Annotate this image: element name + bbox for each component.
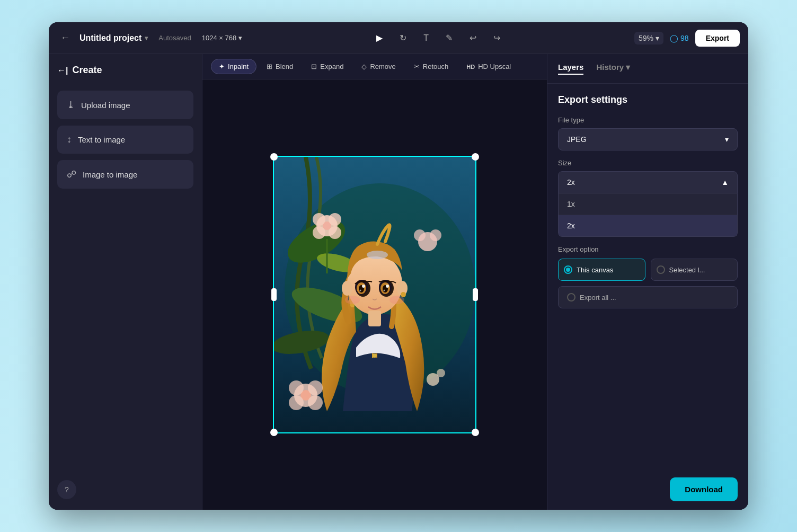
export-button[interactable]: Export: [695, 30, 740, 47]
project-name-text: Untitled project: [79, 33, 141, 43]
handle-bottom-right[interactable]: [472, 429, 479, 436]
export-settings-panel: Export settings File type JPEG ▾ Size 2x…: [547, 84, 748, 469]
help-button[interactable]: ?: [57, 480, 76, 499]
svg-point-11: [329, 226, 341, 239]
help-icon: ?: [65, 485, 69, 494]
history-label: History: [596, 63, 624, 72]
remove-icon: ◇: [361, 63, 367, 70]
size-1x-label: 1x: [567, 200, 575, 208]
create-header: ←| Create: [57, 65, 193, 76]
export-this-canvas-btn[interactable]: This canvas: [558, 259, 645, 281]
history-chevron-icon: ▾: [626, 63, 630, 72]
canvas-size-chevron-icon: ▾: [238, 34, 242, 42]
retouch-icon: ✂: [414, 63, 420, 70]
toolbar-center: ▶ ↻ T ✎ ↩ ↪: [249, 30, 628, 46]
tab-expand[interactable]: ⊡ Expand: [303, 59, 351, 74]
right-panel: Layers History ▾ Export settings File ty…: [547, 54, 748, 510]
download-button[interactable]: Download: [670, 477, 738, 501]
svg-point-44: [437, 369, 445, 377]
text-tool-icon[interactable]: T: [420, 30, 432, 46]
credits-value: 98: [680, 34, 689, 42]
expand-icon: ⊡: [311, 63, 317, 70]
canvas-image: [274, 157, 475, 432]
size-chevron-icon: ▲: [721, 178, 729, 187]
export-all-button[interactable]: Export all ...: [558, 286, 738, 308]
zoom-control[interactable]: 59% ▾: [634, 32, 663, 45]
file-type-value: JPEG: [567, 135, 587, 144]
tab-upscal[interactable]: HD HD Upscal: [458, 59, 519, 74]
create-label: Create: [72, 65, 102, 76]
canvas-size-value: 1024 × 768: [202, 34, 236, 42]
zoom-chevron-icon: ▾: [656, 34, 659, 42]
text-to-image-button[interactable]: ↕ Text to image: [57, 126, 193, 154]
image-container: [274, 157, 475, 432]
project-name-button[interactable]: Untitled project ▾: [79, 33, 148, 43]
inpaint-label: Inpaint: [228, 63, 249, 70]
size-2x-label: 2x: [567, 221, 575, 230]
selected-label: Selected l...: [669, 266, 705, 274]
redo-icon[interactable]: ↪: [490, 30, 503, 46]
svg-point-27: [362, 285, 365, 288]
text-to-image-icon: ↕: [67, 134, 72, 145]
size-dropdown-options: 1x 2x: [558, 193, 738, 237]
svg-point-35: [401, 292, 406, 297]
handle-top-left[interactable]: [270, 153, 278, 161]
svg-rect-36: [368, 311, 381, 326]
tab-blend[interactable]: ⊞ Blend: [259, 59, 301, 74]
export-options-row: This canvas Selected l...: [558, 259, 738, 281]
tab-retouch[interactable]: ✂ Retouch: [406, 59, 456, 74]
svg-point-29: [360, 290, 361, 291]
undo-icon[interactable]: ↩: [466, 30, 480, 46]
panel-tabs: Layers History ▾: [547, 54, 748, 84]
tab-layers[interactable]: Layers: [558, 63, 583, 75]
canvas-viewport[interactable]: [202, 79, 547, 510]
svg-point-33: [342, 281, 352, 296]
upload-image-button[interactable]: ⤓ Upload image: [57, 91, 193, 119]
credits-display: ◯ 98: [670, 34, 689, 42]
svg-point-18: [367, 251, 388, 259]
export-all-label: Export all ...: [580, 294, 616, 302]
handle-bottom-left[interactable]: [270, 429, 278, 436]
main-content: ←| Create ⤓ Upload image ↕ Text to image…: [49, 54, 748, 510]
select-tool-icon[interactable]: ▶: [373, 30, 386, 46]
text-to-image-label: Text to image: [78, 135, 125, 144]
tab-remove[interactable]: ◇ Remove: [353, 59, 403, 74]
upload-image-label: Upload image: [81, 101, 130, 110]
image-to-image-label: Image to image: [83, 170, 137, 179]
retouch-label: Retouch: [423, 63, 448, 70]
svg-point-30: [384, 290, 385, 291]
tab-history[interactable]: History ▾: [596, 63, 630, 75]
size-option-1x[interactable]: 1x: [559, 193, 737, 215]
svg-point-42: [308, 395, 323, 410]
svg-point-15: [430, 229, 441, 241]
selected-radio: [657, 265, 665, 274]
svg-point-40: [308, 380, 323, 395]
rotate-tool-icon[interactable]: ↻: [396, 30, 410, 46]
tab-inpaint[interactable]: ✦ Inpaint: [211, 59, 256, 74]
svg-point-16: [373, 353, 377, 358]
handle-mid-right[interactable]: [473, 288, 478, 301]
svg-point-41: [289, 395, 304, 410]
pen-tool-icon[interactable]: ✎: [442, 30, 456, 46]
svg-point-28: [386, 285, 389, 288]
size-label: Size: [558, 159, 738, 167]
file-type-chevron-icon: ▾: [725, 135, 729, 144]
canvas-size-selector[interactable]: 1024 × 768 ▾: [202, 34, 242, 42]
blend-label: Blend: [276, 63, 293, 70]
back-button[interactable]: ←: [57, 29, 73, 47]
this-canvas-radio: [564, 265, 572, 274]
toolbar-right: 59% ▾ ◯ 98 Export: [634, 30, 740, 47]
handle-mid-left[interactable]: [271, 288, 277, 301]
export-selected-btn[interactable]: Selected l...: [651, 259, 738, 281]
handle-top-right[interactable]: [472, 153, 479, 161]
svg-point-39: [289, 380, 304, 395]
size-option-2x[interactable]: 2x: [559, 215, 737, 236]
file-type-select[interactable]: JPEG ▾: [558, 128, 738, 150]
upscal-label: HD Upscal: [478, 63, 511, 70]
svg-point-14: [414, 229, 426, 241]
inpaint-icon: ✦: [219, 63, 225, 70]
size-select[interactable]: 2x ▲: [558, 171, 738, 193]
svg-point-9: [329, 213, 341, 226]
left-sidebar: ←| Create ⤓ Upload image ↕ Text to image…: [49, 54, 202, 510]
image-to-image-button[interactable]: ☍ Image to image: [57, 160, 193, 189]
